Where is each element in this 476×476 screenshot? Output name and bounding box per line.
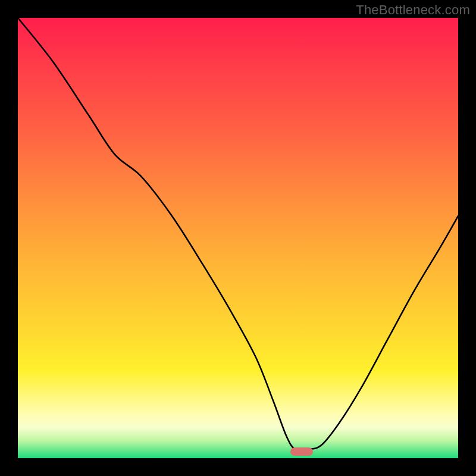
bottleneck-curve (18, 18, 458, 458)
chart-frame: TheBottleneck.com (0, 0, 476, 476)
plot-area (18, 18, 458, 458)
optimal-marker (290, 447, 313, 456)
watermark-text: TheBottleneck.com (356, 2, 470, 18)
